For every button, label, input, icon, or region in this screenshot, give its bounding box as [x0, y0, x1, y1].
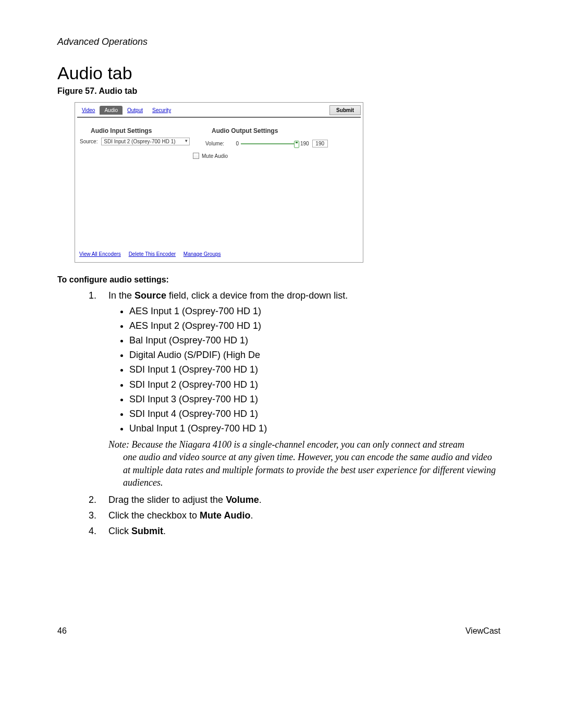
volume-max: 190: [300, 141, 309, 146]
mute-label: Mute Audio: [202, 153, 228, 159]
source-options-list: AES Input 1 (Osprey-700 HD 1) AES Input …: [129, 304, 500, 435]
page-title: Audio tab: [57, 63, 500, 83]
steps-list: In the Source field, click a device from…: [57, 289, 500, 538]
link-view-all-encoders[interactable]: View All Encoders: [79, 251, 121, 257]
source-option: SDI Input 2 (Osprey-700 HD 1): [129, 378, 500, 391]
step-2: Drag the slider to adjust the Volume.: [99, 493, 500, 507]
source-option: AES Input 1 (Osprey-700 HD 1): [129, 304, 500, 318]
volume-label: Volume:: [205, 141, 232, 146]
step-3: Click the checkbox to Mute Audio.: [99, 509, 500, 522]
source-option: Bal Input (Osprey-700 HD 1): [129, 334, 500, 347]
step-4: Click Submit.: [99, 524, 500, 538]
volume-slider[interactable]: [241, 141, 297, 147]
source-option: Digital Audio (S/PDIF) (High De: [129, 348, 500, 362]
source-option: Unbal Input 1 (Osprey-700 HD 1): [129, 422, 500, 435]
source-option: SDI Input 4 (Osprey-700 HD 1): [129, 407, 500, 421]
tab-output[interactable]: Output: [123, 106, 148, 115]
volume-min: 0: [232, 141, 239, 146]
source-option: SDI Input 3 (Osprey-700 HD 1): [129, 392, 500, 406]
slider-thumb-icon[interactable]: [294, 141, 299, 148]
volume-value-box[interactable]: 190: [312, 140, 328, 147]
submit-button[interactable]: Submit: [329, 105, 361, 115]
tab-audio[interactable]: Audio: [100, 106, 123, 115]
source-select[interactable]: SDI Input 2 (Osprey-700 HD 1): [101, 138, 190, 145]
tab-security[interactable]: Security: [148, 106, 176, 115]
instructions-heading: To configure audio settings:: [57, 275, 500, 285]
section-header: Advanced Operations: [57, 36, 500, 47]
audio-input-heading: Audio Input Settings: [91, 127, 193, 134]
link-manage-groups[interactable]: Manage Groups: [183, 251, 221, 257]
figure-caption: Figure 57. Audio tab: [57, 87, 500, 96]
note: Note: Because the Niagara 4100 is a sing…: [108, 438, 500, 489]
footer-links: View All Encoders Delete This Encoder Ma…: [79, 251, 227, 257]
page-number: 46: [57, 626, 67, 636]
source-label: Source:: [80, 139, 97, 144]
tab-video[interactable]: Video: [77, 106, 100, 115]
tab-bar: VideoAudioOutputSecurity Submit: [77, 106, 361, 118]
step-1: In the Source field, click a device from…: [99, 289, 500, 489]
link-delete-this-encoder[interactable]: Delete This Encoder: [129, 251, 176, 257]
audio-tab-screenshot: VideoAudioOutputSecurity Submit Audio In…: [75, 102, 363, 263]
brand-footer: ViewCast: [466, 626, 500, 636]
source-option: SDI Input 1 (Osprey-700 HD 1): [129, 363, 500, 376]
mute-checkbox[interactable]: [193, 153, 199, 159]
audio-output-heading: Audio Output Settings: [212, 127, 360, 134]
source-option: AES Input 2 (Osprey-700 HD 1): [129, 319, 500, 332]
